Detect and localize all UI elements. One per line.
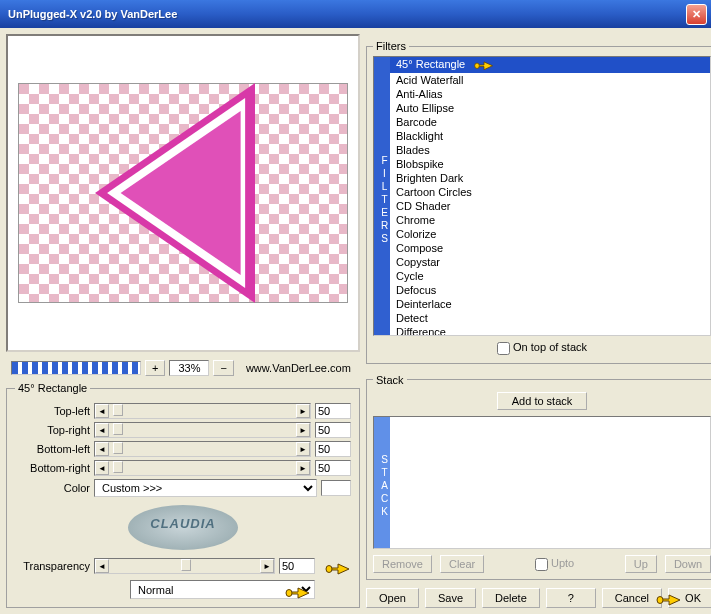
- param-input-3[interactable]: [315, 460, 351, 476]
- parameters-legend: 45° Rectangle: [15, 382, 90, 394]
- filter-item[interactable]: Blacklight: [390, 129, 710, 143]
- zoom-progress: [11, 361, 141, 375]
- filter-item[interactable]: Colorize: [390, 227, 710, 241]
- website-link[interactable]: www.VanDerLee.com: [246, 362, 351, 374]
- filter-item[interactable]: Blades: [390, 143, 710, 157]
- param-label-1: Top-right: [15, 424, 90, 436]
- slider-left-arrow[interactable]: ◄: [95, 559, 109, 573]
- slider-left-arrow[interactable]: ◄: [95, 442, 109, 456]
- param-input-2[interactable]: [315, 441, 351, 457]
- zoom-percent: 33%: [169, 360, 209, 376]
- filter-item[interactable]: Compose: [390, 241, 710, 255]
- filter-item[interactable]: Anti-Alias: [390, 87, 710, 101]
- filter-item[interactable]: Defocus: [390, 283, 710, 297]
- param-label-0: Top-left: [15, 405, 90, 417]
- filter-item[interactable]: Barcode: [390, 115, 710, 129]
- transparency-input[interactable]: [279, 558, 315, 574]
- delete-button[interactable]: Delete: [482, 588, 540, 608]
- param-slider-0[interactable]: ◄ ►: [94, 403, 311, 419]
- clear-button[interactable]: Clear: [440, 555, 484, 573]
- filter-item[interactable]: Cartoon Circles: [390, 185, 710, 199]
- param-slider-3[interactable]: ◄ ►: [94, 460, 311, 476]
- parameters-group: 45° Rectangle Top-left ◄ ► Top-right ◄ ►…: [6, 382, 360, 608]
- slider-right-arrow[interactable]: ►: [296, 461, 310, 475]
- slider-left-arrow[interactable]: ◄: [95, 461, 109, 475]
- transparency-label: Transparency: [15, 560, 90, 572]
- stack-group: Stack Add to stack STACK Remove Clear Up…: [366, 374, 711, 580]
- pointer-icon: [325, 559, 351, 573]
- slider-left-arrow[interactable]: ◄: [95, 404, 109, 418]
- upto-checkbox[interactable]: [535, 558, 548, 571]
- dialog-buttons: Open Save Delete ? Cancel OK: [366, 584, 711, 608]
- preview-image: [18, 83, 348, 303]
- remove-button[interactable]: Remove: [373, 555, 432, 573]
- slider-right-arrow[interactable]: ►: [296, 442, 310, 456]
- transparency-slider[interactable]: ◄ ►: [94, 558, 275, 574]
- open-button[interactable]: Open: [366, 588, 419, 608]
- slider-right-arrow[interactable]: ►: [260, 559, 274, 573]
- stack-listbox[interactable]: STACK: [373, 416, 711, 549]
- filter-item[interactable]: Brighten Dark: [390, 171, 710, 185]
- filter-item[interactable]: Acid Waterfall: [390, 73, 710, 87]
- filter-item[interactable]: Difference: [390, 325, 710, 335]
- param-slider-2[interactable]: ◄ ►: [94, 441, 311, 457]
- filter-item[interactable]: 45° Rectangle: [390, 57, 710, 73]
- param-label-2: Bottom-left: [15, 443, 90, 455]
- param-input-1[interactable]: [315, 422, 351, 438]
- ontop-checkbox[interactable]: [497, 342, 510, 355]
- filter-item[interactable]: Auto Ellipse: [390, 101, 710, 115]
- save-button[interactable]: Save: [425, 588, 476, 608]
- help-button[interactable]: ?: [546, 588, 596, 608]
- cancel-button[interactable]: Cancel: [602, 588, 662, 608]
- color-label: Color: [15, 482, 90, 494]
- ontop-label: On top of stack: [513, 341, 587, 353]
- close-button[interactable]: ✕: [686, 4, 707, 25]
- filter-item[interactable]: Cycle: [390, 269, 710, 283]
- param-input-0[interactable]: [315, 403, 351, 419]
- filter-item[interactable]: Chrome: [390, 213, 710, 227]
- pointer-icon: [656, 590, 682, 604]
- param-slider-1[interactable]: ◄ ►: [94, 422, 311, 438]
- zoom-in-button[interactable]: +: [145, 360, 165, 376]
- add-to-stack-button[interactable]: Add to stack: [497, 392, 588, 410]
- down-button[interactable]: Down: [665, 555, 711, 573]
- filter-item[interactable]: Blobspike: [390, 157, 710, 171]
- logo: CLAUDIA: [15, 505, 351, 550]
- slider-right-arrow[interactable]: ►: [296, 423, 310, 437]
- color-select[interactable]: Custom >>>: [94, 479, 317, 497]
- slider-right-arrow[interactable]: ►: [296, 404, 310, 418]
- filter-item[interactable]: Detect: [390, 311, 710, 325]
- filter-item[interactable]: Deinterlace: [390, 297, 710, 311]
- filters-sidebar-label: FILTERS: [374, 57, 390, 335]
- pointer-icon: [285, 583, 311, 597]
- param-label-3: Bottom-right: [15, 462, 90, 474]
- filters-group: Filters FILTERS 45° RectangleAcid Waterf…: [366, 40, 711, 364]
- color-swatch[interactable]: [321, 480, 351, 496]
- pointer-icon: [471, 58, 497, 72]
- window-title: UnPlugged-X v2.0 by VanDerLee: [8, 8, 686, 20]
- filter-item[interactable]: Copystar: [390, 255, 710, 269]
- filters-listbox[interactable]: FILTERS 45° RectangleAcid WaterfallAnti-…: [373, 56, 711, 336]
- filter-item[interactable]: CD Shader: [390, 199, 710, 213]
- zoom-out-button[interactable]: −: [213, 360, 233, 376]
- slider-left-arrow[interactable]: ◄: [95, 423, 109, 437]
- up-button[interactable]: Up: [625, 555, 657, 573]
- titlebar: UnPlugged-X v2.0 by VanDerLee ✕: [0, 0, 711, 28]
- stack-sidebar-label: STACK: [374, 417, 390, 548]
- preview-panel: [6, 34, 360, 352]
- filters-legend: Filters: [373, 40, 409, 52]
- upto-label: Upto: [551, 557, 574, 569]
- stack-legend: Stack: [373, 374, 407, 386]
